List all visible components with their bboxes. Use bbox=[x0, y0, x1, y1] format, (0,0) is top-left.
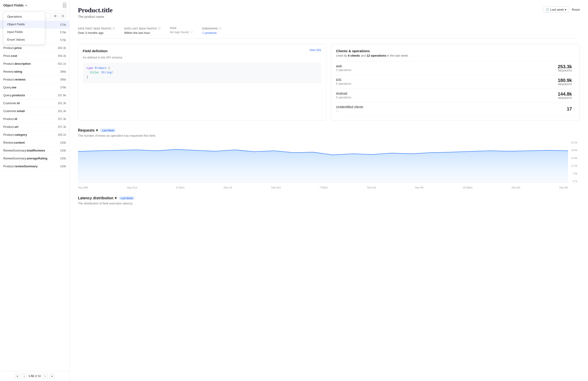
field-row-customer-email[interactable]: Customer.email 261.3k bbox=[0, 107, 69, 115]
reset-button[interactable]: Reset bbox=[572, 8, 580, 11]
field-def-title: Field definition bbox=[83, 49, 107, 53]
meta-date-first: DATE FIRST SEEN TRAFFIC ⓘ Over 3 months … bbox=[78, 27, 115, 35]
client-row-unidentified[interactable]: Unidentified clients ⓘ 17 › bbox=[336, 102, 575, 116]
time-range-button[interactable]: 🕐 Last week ▾ bbox=[543, 6, 569, 13]
collapse-sidebar-button[interactable]: « bbox=[63, 3, 66, 8]
client-row-ios[interactable]: iOS 6 operations 180.9k REQUESTS › bbox=[336, 75, 575, 89]
chevron-right-icon: › bbox=[574, 80, 575, 84]
view-sdl-button[interactable]: View SDL bbox=[310, 48, 322, 52]
meta-date-first-label: DATE FIRST SEEN TRAFFIC ⓘ bbox=[78, 27, 115, 30]
field-name: Product.id bbox=[3, 117, 17, 121]
chevron-right-icon: › bbox=[574, 94, 575, 97]
field-row-product-category[interactable]: Product.category 209.1k bbox=[0, 131, 69, 139]
section-title[interactable]: Requests ▾ bbox=[78, 128, 98, 133]
latency-time-badge[interactable]: Last Week bbox=[119, 196, 135, 200]
client-row-web[interactable]: web 5 operations 253.3k REQUESTS › bbox=[336, 61, 575, 75]
field-count: 337.8k bbox=[58, 94, 66, 97]
sidebar-item-input-fields[interactable]: Input Fields bbox=[3, 28, 45, 36]
x-label: Sep 4th bbox=[415, 186, 424, 189]
page-next-button[interactable]: › bbox=[43, 374, 47, 379]
x-label: Sep 3rd bbox=[367, 186, 376, 189]
y-label-2: 18.6k bbox=[571, 149, 577, 152]
page-prev-button[interactable]: ‹ bbox=[22, 374, 26, 379]
field-row-product-id[interactable]: Product.id 257.3k bbox=[0, 115, 69, 123]
field-name: Query.me bbox=[3, 86, 17, 89]
client-req-label: REQUESTS bbox=[558, 97, 572, 99]
view-toggle-button[interactable]: ⊟ bbox=[60, 13, 66, 19]
pagination: « ‹ 1-50 of 58 › » bbox=[0, 371, 69, 381]
meta-subgraphs-label: SUBGRAPHS ⓘ bbox=[202, 27, 221, 30]
page-last-button[interactable]: » bbox=[49, 374, 55, 379]
x-label: 5:32pm bbox=[176, 186, 185, 189]
field-count: 450.3k bbox=[58, 54, 66, 58]
page-first-button[interactable]: « bbox=[15, 374, 20, 379]
chart-svg bbox=[78, 141, 568, 183]
clients-count: 4 clients bbox=[348, 54, 360, 57]
field-name: Review.rating bbox=[3, 70, 22, 73]
clients-title: Clients & operations bbox=[336, 49, 575, 53]
field-row-product-description[interactable]: Product.description 402.1k bbox=[0, 60, 69, 68]
field-name: Query.products bbox=[3, 93, 25, 97]
field-row-review-rating[interactable]: Review.rating 386k bbox=[0, 68, 69, 76]
content-grid: Field definition View SDL As defined in … bbox=[78, 44, 580, 121]
field-name: Customer.id bbox=[3, 101, 20, 105]
field-row-product-reviews[interactable]: Product.reviews 386k bbox=[0, 76, 69, 84]
sidebar-item-object-fields[interactable]: Object Fields bbox=[3, 21, 45, 28]
latency-section: Latency distribution ▾ Last Week The dis… bbox=[78, 196, 580, 205]
meta-date-last-value: Within the last hour bbox=[124, 31, 160, 35]
client-name: iOS bbox=[336, 78, 351, 82]
x-label: Sep 1st bbox=[224, 186, 232, 189]
sidebar-dropdown-trigger[interactable]: Object Fields ▾ bbox=[3, 3, 27, 7]
field-definition-card: Field definition View SDL As defined in … bbox=[78, 44, 326, 121]
sidebar-header: Object Fields ▾ « bbox=[0, 0, 69, 11]
chevron-down-icon: ▾ bbox=[25, 4, 27, 7]
field-name: ReviewSummary.averageRating bbox=[3, 157, 47, 160]
field-row-product-reviewsummary[interactable]: Product.reviewSummary 193k bbox=[0, 162, 69, 170]
info-icon: ⓘ bbox=[158, 27, 161, 30]
pagination-label: 1-50 of 58 bbox=[28, 375, 41, 378]
x-label: 10:08pm bbox=[462, 186, 473, 189]
filter-button[interactable]: ⊞ bbox=[52, 13, 58, 19]
field-row-customer-id[interactable]: Customer.id 261.3k bbox=[0, 99, 69, 107]
field-count: 193k bbox=[60, 157, 66, 160]
clock-icon: 🕐 bbox=[546, 8, 549, 11]
client-ops: 6 operations bbox=[336, 82, 351, 85]
field-count: 261.3k bbox=[58, 102, 66, 105]
chart-x-labels: Aug 30th Aug 31st 5:32pm Sep 1st Sep 2nd… bbox=[78, 185, 568, 190]
field-count: 261.3k bbox=[58, 110, 66, 113]
client-name: Unidentified clients bbox=[336, 105, 363, 109]
field-def-subtitle: As defined in the API schema. bbox=[83, 56, 322, 59]
field-list: Product.title 579k 579k 579k Product.pri… bbox=[0, 21, 69, 371]
ops-count: 12 operations bbox=[367, 54, 386, 57]
code-block: type Product { title: String! } bbox=[83, 62, 322, 83]
field-row-query-me[interactable]: Query.me 378k bbox=[0, 84, 69, 91]
field-count: 579k bbox=[60, 23, 66, 26]
field-name: Review.content bbox=[3, 141, 24, 144]
field-count: 402.1k bbox=[58, 62, 66, 66]
field-row-product-price[interactable]: Product.price 450.3k bbox=[0, 44, 69, 52]
field-count: 386k bbox=[60, 78, 66, 81]
field-name: Product.reviewSummary bbox=[3, 164, 38, 168]
client-ops: 5 operations bbox=[336, 68, 351, 72]
latency-section-title[interactable]: Latency distribution ▾ bbox=[78, 196, 117, 200]
latency-description: The distribution of field execution late… bbox=[78, 202, 580, 205]
field-row-reviewsummary-averagerating[interactable]: ReviewSummary.averageRating 193k bbox=[0, 155, 69, 162]
field-row-product-url[interactable]: Product.url 257.3k bbox=[0, 123, 69, 131]
sidebar-item-operations[interactable]: Operations bbox=[3, 13, 45, 21]
field-row-price-cost[interactable]: Price.cost 450.3k bbox=[0, 52, 69, 60]
field-row-query-products[interactable]: Query.products 337.8k bbox=[0, 91, 69, 99]
field-count: 450.3k bbox=[58, 46, 66, 50]
sidebar-item-enum-values[interactable]: Enum Values bbox=[3, 36, 45, 43]
field-row-reviewsummary-totalreviews[interactable]: ReviewSummary.totalReviews 193k bbox=[0, 147, 69, 155]
chart-container: 22.3k 18.6k 14.9k 11.2k 7.4k 3.7k bbox=[78, 141, 568, 183]
chart-y-labels: 22.3k 18.6k 14.9k 11.2k 7.4k 3.7k bbox=[571, 141, 577, 183]
meta-tags-label: TAGS bbox=[170, 27, 193, 29]
client-row-android[interactable]: Android 6 operations 144.8k REQUESTS › bbox=[336, 89, 575, 102]
field-count: 386k bbox=[60, 70, 66, 73]
y-label-4: 11.2k bbox=[571, 164, 577, 167]
field-count: 209.1k bbox=[58, 133, 66, 136]
info-icon: ⓘ bbox=[112, 27, 115, 30]
time-badge[interactable]: Last Week bbox=[100, 129, 116, 132]
sidebar: Object Fields ▾ « Operations Object Fiel… bbox=[0, 0, 70, 381]
field-row-review-content[interactable]: Review.content 193k bbox=[0, 139, 69, 147]
